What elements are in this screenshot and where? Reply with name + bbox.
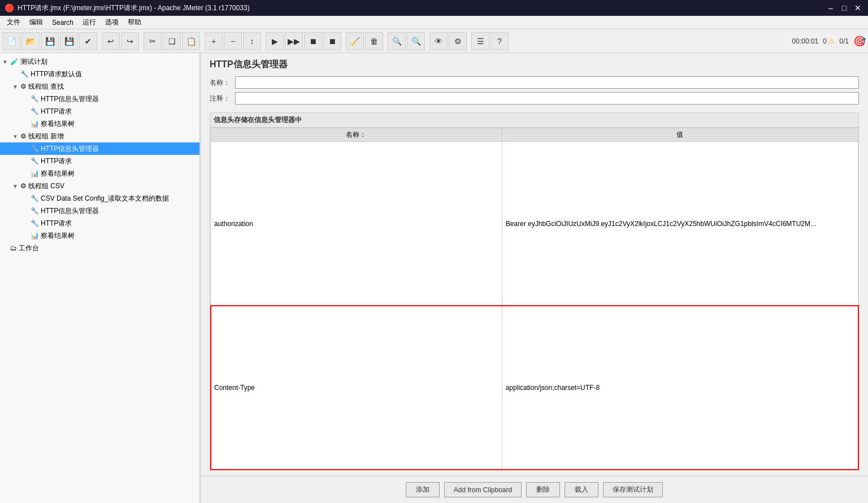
redo-toolbar-btn[interactable]: ↪ [121, 32, 139, 50]
add-button[interactable]: 添加 [406, 482, 440, 497]
menu-item-文件[interactable]: 文件 [2, 16, 25, 28]
label-thread-group-find: 线程组 查找 [28, 82, 64, 92]
comment-input[interactable] [235, 92, 859, 105]
warnings-count: 0 ⚠ [823, 37, 835, 45]
col-name: 名称： [211, 128, 502, 142]
icon-test-plan: 🧪 [10, 58, 19, 66]
header-name-cell: Content-Type [211, 306, 502, 470]
tree-item-thread-group-find[interactable]: ▼⚙线程组 查找 [0, 80, 199, 93]
label-http-request2: HTTP请求 [41, 157, 72, 166]
tree-item-http-request3[interactable]: 🔧HTTP请求 [0, 217, 199, 229]
label-http-defaults: HTTP请求默认值 [31, 70, 82, 79]
table-header-row: 名称： 值 [211, 128, 858, 142]
icon-workbench: 🗂 [10, 244, 17, 252]
tree-panel: ▼🧪测试计划 🔧HTTP请求默认值▼⚙线程组 查找 🔧HTTP信息头管理器 🔧H… [0, 53, 201, 503]
icon-thread-group-csv: ⚙ [20, 182, 27, 190]
menu-item-Search[interactable]: Search [47, 18, 78, 28]
headers-table: 名称： 值 authorizationBearer eyJhbGciOiJIUz… [210, 128, 858, 470]
menu-item-选项[interactable]: 选项 [101, 16, 123, 28]
label-http-request3: HTTP请求 [41, 219, 72, 228]
table-body: authorizationBearer eyJhbGciOiJIUzUxMiJ9… [211, 142, 858, 470]
new-toolbar-btn[interactable]: 📄 [2, 32, 20, 50]
jmeter-icon: 🎯 [853, 35, 866, 47]
timer-display: 00:00:01 [792, 37, 819, 45]
run-all-toolbar-btn[interactable]: ▶▶ [285, 32, 303, 50]
minimize-button[interactable]: – [825, 2, 836, 14]
header-name-cell: authorization [211, 142, 502, 306]
toggle-toolbar-btn[interactable]: ↕ [243, 32, 261, 50]
toolbar-right: 00:00:01 0 ⚠ 0/1 🎯 [792, 35, 866, 47]
tree-item-http-header-mgr2[interactable]: 🔧HTTP信息头管理器 [0, 142, 199, 155]
clear-toolbar-btn[interactable]: 🧹 [346, 32, 364, 50]
toggle-test-plan[interactable]: ▼ [2, 59, 9, 65]
label-results-tree1: 察看结果树 [41, 119, 75, 129]
tree-item-csv-config[interactable]: 🔧CSV Data Set Config_读取文本文档的数据 [0, 192, 199, 205]
open-toolbar-btn[interactable]: 📂 [21, 32, 40, 50]
add-from-clipboard-button[interactable]: Add from Clipboard [444, 482, 522, 497]
add-toolbar-btn[interactable]: + [205, 32, 223, 50]
save-toolbar-btn[interactable]: 💾 [41, 32, 59, 50]
list-toolbar-btn[interactable]: ☰ [471, 32, 489, 50]
header-manager-panel: HTTP信息头管理器 名称： 注释： 信息头存储在信息头管理器中 名称： 值 [201, 53, 868, 476]
delete-button[interactable]: 删除 [526, 482, 560, 497]
cut-toolbar-btn[interactable]: ✂ [144, 32, 162, 50]
tree-item-results-tree2[interactable]: 📊察看结果树 [0, 167, 199, 180]
title-bar: 🔴 HTTP请求.jmx (F:\jmeter.jmx\HTTP请求.jmx) … [0, 0, 868, 16]
label-test-plan: 测试计划 [20, 57, 47, 67]
tree-item-http-header-mgr3[interactable]: 🔧HTTP信息头管理器 [0, 205, 199, 217]
label-workbench: 工作台 [19, 244, 39, 253]
settings-toolbar-btn[interactable]: ⚙ [449, 32, 467, 50]
table-row[interactable]: authorizationBearer eyJhbGciOiJIUzUxMiJ9… [211, 142, 858, 306]
run-toolbar-btn[interactable]: ▶ [266, 32, 284, 50]
table-section-title: 信息头存储在信息头管理器中 [210, 113, 858, 128]
maximize-button[interactable]: □ [839, 2, 850, 14]
title-controls[interactable]: – □ ✕ [825, 2, 863, 14]
name-input[interactable] [235, 76, 859, 89]
tree-item-thread-group-csv[interactable]: ▼⚙线程组 CSV [0, 180, 199, 192]
stop-now-toolbar-btn[interactable]: ⏹ [323, 32, 341, 50]
copy-toolbar-btn[interactable]: ❑ [163, 32, 181, 50]
close-button[interactable]: ✕ [852, 2, 863, 14]
toggle-thread-group-new[interactable]: ▼ [12, 133, 19, 140]
tree-item-thread-group-new[interactable]: ▼⚙线程组 新增 [0, 130, 199, 142]
search2-toolbar-btn[interactable]: 🔍 [407, 32, 425, 50]
icon-http-header-mgr3: 🔧 [31, 207, 39, 215]
help-toolbar-btn[interactable]: ? [491, 32, 509, 50]
stop-toolbar-btn[interactable]: ⏹ [304, 32, 322, 50]
menu-item-运行[interactable]: 运行 [78, 16, 101, 28]
tree-item-http-request1[interactable]: 🔧HTTP请求 [0, 105, 199, 118]
bottom-buttons: 添加 Add from Clipboard 删除 载入 保存测试计划 [201, 476, 868, 503]
tree-item-http-header-mgr1[interactable]: 🔧HTTP信息头管理器 [0, 93, 199, 105]
undo-toolbar-btn[interactable]: ↩ [102, 32, 120, 50]
save-script-toolbar-btn[interactable]: 💾 [60, 32, 78, 50]
load-button[interactable]: 载入 [565, 482, 598, 497]
binoculars-toolbar-btn[interactable]: 👁 [429, 32, 448, 50]
table-row[interactable]: Content-Typeapplication/json;charset=UTF… [211, 306, 858, 470]
remove-toolbar-btn[interactable]: − [224, 32, 242, 50]
label-http-header-mgr2: HTTP信息头管理器 [41, 144, 99, 154]
label-http-header-mgr3: HTTP信息头管理器 [41, 206, 99, 216]
menu-item-帮助[interactable]: 帮助 [123, 16, 146, 28]
toggle-thread-group-csv[interactable]: ▼ [12, 183, 19, 189]
headers-table-section: 信息头存储在信息头管理器中 名称： 值 authorizationBearer … [210, 112, 859, 470]
tree-item-results-tree1[interactable]: 📊察看结果树 [0, 118, 199, 130]
validate-toolbar-btn[interactable]: ✔ [79, 32, 97, 50]
icon-thread-group-find: ⚙ [20, 83, 27, 90]
tree-item-workbench[interactable]: 🗂工作台 [0, 242, 199, 254]
tree-item-test-plan[interactable]: ▼🧪测试计划 [0, 55, 199, 68]
search1-toolbar-btn[interactable]: 🔍 [388, 32, 406, 50]
menu-item-编辑[interactable]: 编辑 [25, 16, 47, 28]
tree-item-http-request2[interactable]: 🔧HTTP请求 [0, 155, 199, 167]
tree-item-http-defaults[interactable]: 🔧HTTP请求默认值 [0, 68, 199, 80]
toggle-thread-group-find[interactable]: ▼ [12, 84, 19, 90]
header-value-cell: application/json;charset=UTF-8 [502, 306, 858, 470]
app-icon: 🔴 [5, 3, 14, 12]
paste-toolbar-btn[interactable]: 📋 [182, 32, 200, 50]
tree-item-results-tree3[interactable]: 📊察看结果树 [0, 229, 199, 242]
clear-all-toolbar-btn[interactable]: 🗑 [365, 32, 383, 50]
label-http-request1: HTTP请求 [41, 107, 72, 116]
save-test-plan-button[interactable]: 保存测试计划 [603, 482, 663, 497]
label-thread-group-csv: 线程组 CSV [28, 181, 64, 191]
icon-http-header-mgr1: 🔧 [31, 95, 39, 103]
label-http-header-mgr1: HTTP信息头管理器 [41, 94, 99, 104]
